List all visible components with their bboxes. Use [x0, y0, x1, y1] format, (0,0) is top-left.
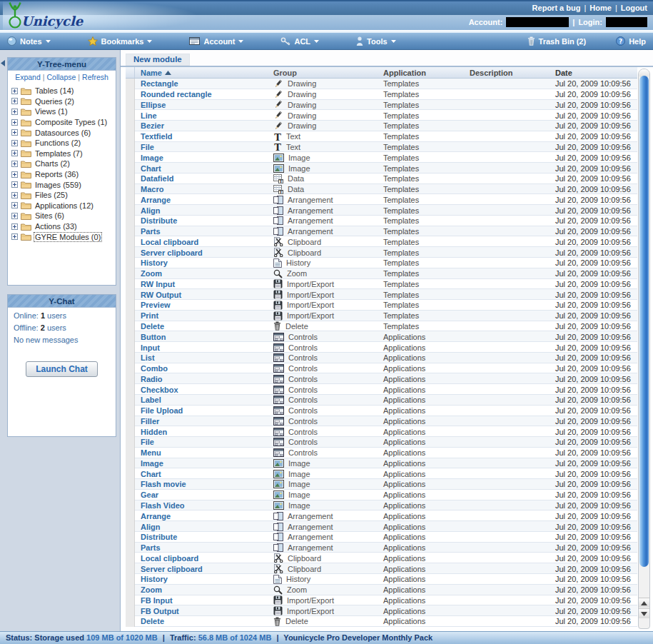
- table-row[interactable]: TextfieldTTextTemplatesJul 20, 2009 10:0…: [126, 131, 637, 142]
- module-name-link[interactable]: Flash Video: [135, 501, 270, 510]
- tree-item-actions-33[interactable]: Actions (33): [11, 221, 116, 232]
- table-row[interactable]: ComboControlsApplicationsJul 20, 2009 10…: [126, 363, 637, 374]
- table-row[interactable]: MenuControlsApplicationsJul 20, 2009 10:…: [126, 448, 637, 458]
- module-name-link[interactable]: Align: [135, 206, 270, 215]
- module-name-link[interactable]: Filler: [135, 417, 270, 426]
- tree-item-gyre-modules-0[interactable]: GYRE Modules (0): [11, 231, 116, 242]
- table-row[interactable]: RectangleDrawingTemplatesJul 20, 2009 10…: [126, 79, 637, 89]
- module-name-link[interactable]: Ellipse: [135, 101, 270, 109]
- module-name-link[interactable]: Parts: [135, 227, 270, 236]
- module-name-link[interactable]: Preview: [135, 301, 270, 309]
- table-row[interactable]: GearImageApplicationsJul 20, 2009 10:09:…: [126, 490, 637, 500]
- table-row[interactable]: FB InputImport/ExportApplicationsJul 20,…: [126, 595, 637, 606]
- module-name-link[interactable]: Menu: [135, 448, 270, 457]
- module-name-link[interactable]: Chart: [135, 164, 270, 173]
- module-name-link[interactable]: Align: [135, 523, 270, 531]
- tree-action-refresh[interactable]: Refresh: [82, 73, 108, 81]
- module-name-link[interactable]: Distribute: [135, 533, 270, 541]
- tree-item-datasources-6[interactable]: Datasources (6): [11, 127, 116, 138]
- table-row[interactable]: HistoryHistoryTemplatesJul 20, 2009 10:0…: [126, 258, 637, 268]
- table-row[interactable]: FB OutputImport/ExportApplicationsJul 20…: [126, 605, 637, 616]
- tree-item-applications-12[interactable]: Applications (12): [11, 201, 116, 211]
- expand-plus-icon[interactable]: [11, 223, 18, 230]
- tree-action-collapse[interactable]: Collapse: [47, 73, 76, 81]
- younicycle-logo[interactable]: Unicycle: [3, 0, 196, 30]
- tree-item-charts-2[interactable]: Charts (2): [11, 159, 116, 169]
- module-name-link[interactable]: Checkbox: [135, 386, 270, 394]
- table-row[interactable]: Server clipboardClipboardApplicationsJul…: [126, 563, 637, 574]
- table-row[interactable]: ImageImageTemplatesJul 20, 2009 10:09:56: [126, 152, 637, 163]
- nav-link-home[interactable]: Home: [589, 4, 612, 12]
- module-name-link[interactable]: Delete: [135, 322, 270, 331]
- module-name-link[interactable]: FB Output: [135, 607, 270, 615]
- tree-item-queries-2[interactable]: Queries (2): [11, 96, 116, 107]
- module-name-link[interactable]: History: [135, 575, 270, 583]
- new-module-button[interactable]: New module: [126, 54, 190, 66]
- nav-link-report-a-bug[interactable]: Report a bug: [532, 4, 581, 12]
- tree-item-templates-7[interactable]: Templates (7): [11, 149, 116, 159]
- table-row[interactable]: CheckboxControlsApplicationsJul 20, 2009…: [126, 384, 637, 395]
- table-row[interactable]: ArrangeArrangementApplicationsJul 20, 20…: [126, 510, 637, 521]
- module-name-link[interactable]: Textfield: [135, 132, 270, 141]
- table-row[interactable]: Local clipboardClipboardApplicationsJul …: [126, 553, 637, 563]
- table-row[interactable]: ChartImageTemplatesJul 20, 2009 10:09:56: [126, 163, 637, 173]
- module-name-link[interactable]: Local clipboard: [135, 238, 270, 246]
- toolbar-menu-notes[interactable]: Notes: [7, 36, 51, 46]
- table-row[interactable]: EllipseDrawingTemplatesJul 20, 2009 10:0…: [126, 100, 637, 111]
- tree-item-reports-36[interactable]: Reports (36): [11, 169, 116, 180]
- table-row[interactable]: FillerControlsApplicationsJul 20, 2009 1…: [126, 416, 637, 427]
- module-name-link[interactable]: Server clipboard: [135, 565, 270, 573]
- table-row[interactable]: FileTTextTemplatesJul 20, 2009 10:09:56: [126, 142, 637, 153]
- table-row[interactable]: ImageImageApplicationsJul 20, 2009 10:09…: [126, 458, 637, 469]
- module-name-link[interactable]: Label: [135, 396, 270, 404]
- table-row[interactable]: DatafieldTDataTemplatesJul 20, 2009 10:0…: [126, 173, 637, 184]
- vertical-scrollbar[interactable]: [638, 69, 650, 629]
- module-name-link[interactable]: Bezier: [135, 121, 270, 130]
- module-name-link[interactable]: Macro: [135, 185, 270, 193]
- expand-plus-icon[interactable]: [11, 109, 18, 115]
- table-row[interactable]: PrintImport/ExportTemplatesJul 20, 2009 …: [126, 311, 637, 321]
- table-row[interactable]: LineDrawingTemplatesJul 20, 2009 10:09:5…: [126, 110, 637, 121]
- module-name-link[interactable]: Line: [135, 111, 270, 120]
- table-row[interactable]: DeleteDeleteTemplatesJul 20, 2009 10:09:…: [126, 321, 637, 332]
- table-row[interactable]: HiddenControlsApplicationsJul 20, 2009 1…: [126, 426, 637, 437]
- column-header-application[interactable]: Application: [382, 69, 467, 77]
- table-row[interactable]: RW InputImport/ExportTemplatesJul 20, 20…: [126, 279, 637, 290]
- table-row[interactable]: ChartImageApplicationsJul 20, 2009 10:09…: [126, 468, 637, 479]
- sidebar-collapse-arrow[interactable]: [1, 60, 5, 66]
- expand-plus-icon[interactable]: [11, 119, 18, 126]
- expand-plus-icon[interactable]: [11, 233, 18, 240]
- expand-plus-icon[interactable]: [11, 161, 18, 167]
- tree-item-views-1[interactable]: Views (1): [11, 106, 116, 117]
- table-row[interactable]: Server clipboardClipboardTemplatesJul 20…: [126, 247, 637, 258]
- module-name-link[interactable]: Rounded rectangle: [135, 90, 270, 99]
- module-name-link[interactable]: Zoom: [135, 269, 270, 278]
- table-row[interactable]: ZoomZoomTemplatesJul 20, 2009 10:09:56: [126, 268, 637, 279]
- table-row[interactable]: Flash VideoImageApplicationsJul 20, 2009…: [126, 500, 637, 511]
- toolbar-menu-tools[interactable]: Tools: [356, 36, 396, 46]
- column-header-date[interactable]: Date: [553, 69, 637, 77]
- trash-bin-button[interactable]: Trash Bin (2): [527, 36, 587, 46]
- expand-plus-icon[interactable]: [11, 192, 18, 198]
- module-name-link[interactable]: Input: [135, 343, 270, 352]
- nav-link-logout[interactable]: Logout: [621, 4, 647, 12]
- table-row[interactable]: InputControlsApplicationsJul 20, 2009 10…: [126, 342, 637, 353]
- module-name-link[interactable]: RW Output: [135, 291, 270, 299]
- module-name-link[interactable]: File: [135, 143, 270, 151]
- expand-plus-icon[interactable]: [11, 150, 18, 156]
- module-name-link[interactable]: Arrange: [135, 196, 270, 204]
- module-name-link[interactable]: Combo: [135, 364, 270, 373]
- table-row[interactable]: RadioControlsApplicationsJul 20, 2009 10…: [126, 373, 637, 384]
- expand-plus-icon[interactable]: [11, 129, 18, 136]
- module-name-link[interactable]: FB Input: [135, 596, 270, 605]
- module-name-link[interactable]: Server clipboard: [135, 248, 270, 257]
- table-row[interactable]: Local clipboardClipboardTemplatesJul 20,…: [126, 236, 637, 247]
- expand-plus-icon[interactable]: [11, 213, 18, 219]
- tree-item-files-25[interactable]: Files (25): [11, 190, 116, 201]
- table-row[interactable]: FileControlsApplicationsJul 20, 2009 10:…: [126, 437, 637, 448]
- module-name-link[interactable]: Gear: [135, 490, 270, 499]
- module-name-link[interactable]: Arrange: [135, 512, 270, 520]
- module-name-link[interactable]: Local clipboard: [135, 554, 270, 563]
- toolbar-menu-account[interactable]: Account: [189, 36, 243, 46]
- module-name-link[interactable]: Datafield: [135, 174, 270, 183]
